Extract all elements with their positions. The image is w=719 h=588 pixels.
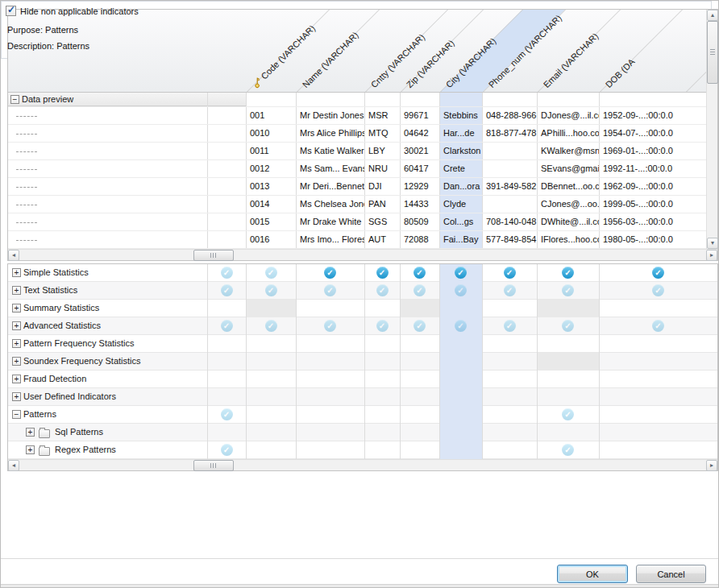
indicator-cell[interactable]: ✓ xyxy=(537,441,599,459)
collapse-expander-icon[interactable]: − xyxy=(10,95,19,104)
indicator-row[interactable]: ✓✓✓✓✓✓✓✓✓+Simple Statistics xyxy=(8,264,717,282)
indicator-cell[interactable] xyxy=(599,353,717,371)
indicator-cell[interactable]: ✓ xyxy=(400,317,439,335)
indicator-cell[interactable] xyxy=(296,424,364,441)
indicator-cell[interactable] xyxy=(364,353,400,371)
indicator-check-icon[interactable]: ✓ xyxy=(376,320,389,332)
indicator-check-icon[interactable]: ✓ xyxy=(652,320,664,332)
indicator-cell[interactable] xyxy=(364,300,400,317)
indicator-check-icon[interactable]: ✓ xyxy=(265,320,277,332)
indicator-cell[interactable] xyxy=(207,424,246,441)
indicator-cell[interactable] xyxy=(207,300,246,317)
indicator-cell[interactable] xyxy=(537,335,599,353)
indicator-check-icon[interactable]: ✓ xyxy=(455,267,467,279)
hide-checkbox-label[interactable]: Hide non applicable indicators xyxy=(20,6,139,16)
indicator-cell[interactable] xyxy=(439,388,482,406)
indicator-cell[interactable] xyxy=(482,424,537,441)
indicator-cell[interactable]: ✓ xyxy=(439,264,482,282)
hide-non-applicable-checkbox[interactable]: ✓ xyxy=(6,6,16,16)
indicator-cell[interactable]: ✓ xyxy=(482,317,537,335)
indicator-check-icon[interactable]: ✓ xyxy=(265,284,277,296)
indicator-cell[interactable]: ✓ xyxy=(207,406,246,424)
indicator-cell[interactable]: ✓ xyxy=(599,317,717,335)
indicator-row[interactable]: ✓✓+Regex Patterns xyxy=(8,441,717,459)
scroll-down-button[interactable]: ▾ xyxy=(707,238,718,249)
indicator-check-icon[interactable]: ✓ xyxy=(652,267,664,279)
indicator-cell[interactable]: ✓ xyxy=(439,282,482,300)
indicator-cell[interactable] xyxy=(400,371,439,388)
indicator-cell[interactable]: ✓ xyxy=(296,264,364,282)
indicator-label[interactable]: Patterns xyxy=(23,409,56,419)
indicator-cell[interactable] xyxy=(439,353,482,371)
indicator-cell[interactable]: ✓ xyxy=(537,282,599,300)
indicator-cell[interactable] xyxy=(599,388,717,406)
indicator-cell[interactable] xyxy=(400,424,439,441)
scroll-up-button[interactable]: ▴ xyxy=(707,10,718,21)
indicator-cell[interactable] xyxy=(439,441,482,459)
indicator-check-icon[interactable]: ✓ xyxy=(221,267,233,279)
indicator-check-icon[interactable]: ✓ xyxy=(504,267,516,279)
indicator-cell[interactable]: ✓ xyxy=(207,317,246,335)
expander-icon[interactable]: + xyxy=(12,392,21,401)
indicator-check-icon[interactable]: ✓ xyxy=(652,284,664,296)
indicator-cell[interactable] xyxy=(439,406,482,424)
indicator-cell[interactable]: ✓ xyxy=(296,317,364,335)
indicator-cell[interactable]: ✓ xyxy=(207,441,246,459)
preview-vertical-scrollbar[interactable]: ▴ ▾ xyxy=(706,10,717,249)
indicator-check-icon[interactable]: ✓ xyxy=(324,267,336,279)
indicator-label[interactable]: Simple Statistics xyxy=(23,267,89,277)
indicator-cell[interactable] xyxy=(246,353,296,371)
indicator-cell[interactable] xyxy=(364,371,400,388)
indicator-label[interactable]: Text Statistics xyxy=(23,285,77,295)
indicator-check-icon[interactable]: ✓ xyxy=(324,320,336,332)
indicator-cell[interactable]: ✓ xyxy=(246,282,296,300)
expander-icon[interactable]: + xyxy=(26,428,35,437)
indicator-cell[interactable]: ✓ xyxy=(537,406,599,424)
indicator-check-icon[interactable]: ✓ xyxy=(414,267,426,279)
indicator-row[interactable]: +Sql Patterns xyxy=(8,424,717,441)
indicator-cell[interactable]: ✓ xyxy=(599,264,717,282)
indicator-row[interactable]: +Fraud Detection xyxy=(8,371,717,388)
indicator-cell[interactable] xyxy=(296,406,364,424)
indicator-cell[interactable]: ✓ xyxy=(599,282,717,300)
indicator-cell[interactable] xyxy=(207,388,246,406)
indicator-label[interactable]: Regex Patterns xyxy=(55,445,116,454)
indicator-cell[interactable] xyxy=(482,335,537,353)
indicator-check-icon[interactable]: ✓ xyxy=(562,320,574,332)
indicator-cell[interactable] xyxy=(439,424,482,441)
indicator-row[interactable]: +Soundex Frequency Statistics xyxy=(8,353,717,371)
scroll-left-button[interactable]: ◂ xyxy=(8,250,19,261)
indicator-cell[interactable] xyxy=(482,371,537,388)
indicator-cell[interactable] xyxy=(599,300,717,317)
indicator-check-icon[interactable]: ✓ xyxy=(562,284,574,296)
indicator-label[interactable]: Soundex Frequency Statistics xyxy=(23,356,141,366)
indicator-cell[interactable] xyxy=(400,335,439,353)
indicator-cell[interactable]: ✓ xyxy=(364,264,400,282)
indicator-cell[interactable] xyxy=(246,300,296,317)
scroll-thumb[interactable] xyxy=(193,460,234,471)
column-header-label[interactable]: DOB (DA xyxy=(602,56,638,91)
indicator-cell[interactable]: ✓ xyxy=(400,264,439,282)
indicator-check-icon[interactable]: ✓ xyxy=(376,284,389,296)
indicator-cell[interactable]: ✓ xyxy=(364,317,400,335)
expander-icon[interactable]: + xyxy=(12,286,21,295)
indicator-cell[interactable]: ✓ xyxy=(246,264,296,282)
cancel-button[interactable]: Cancel xyxy=(636,565,706,583)
indicator-check-icon[interactable]: ✓ xyxy=(455,284,467,296)
indicator-cell[interactable] xyxy=(246,424,296,441)
scroll-thumb[interactable] xyxy=(193,250,234,261)
indicator-cell[interactable] xyxy=(599,335,717,353)
indicator-label[interactable]: Advanced Statistics xyxy=(23,321,101,330)
expander-icon[interactable]: + xyxy=(12,304,21,313)
expander-icon[interactable]: + xyxy=(26,445,35,454)
indicator-row[interactable]: +Summary Statistics xyxy=(8,300,717,317)
scroll-thumb[interactable] xyxy=(707,21,718,84)
indicator-cell[interactable] xyxy=(296,441,364,459)
indicator-cell[interactable] xyxy=(207,353,246,371)
indicator-cell[interactable]: ✓ xyxy=(537,264,599,282)
scroll-right-button[interactable]: ▸ xyxy=(706,460,717,471)
scroll-left-button[interactable]: ◂ xyxy=(8,460,19,471)
indicator-cell[interactable] xyxy=(599,406,717,424)
indicator-cell[interactable] xyxy=(439,371,482,388)
expander-icon[interactable]: + xyxy=(12,321,21,330)
